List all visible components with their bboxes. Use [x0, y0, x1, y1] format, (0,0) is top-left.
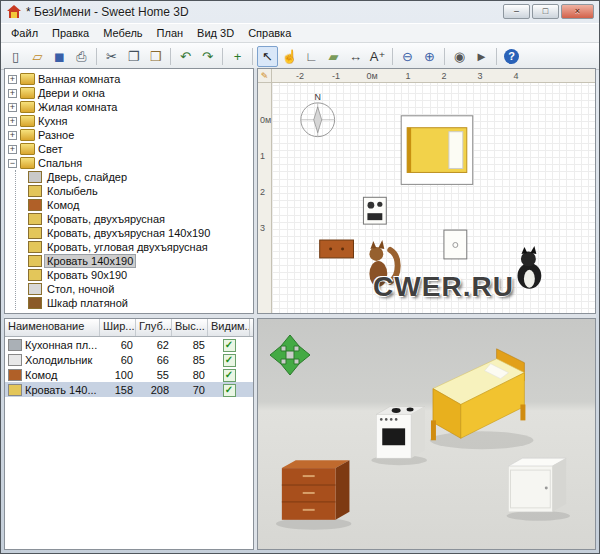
column-header[interactable]: Шир... [100, 319, 136, 336]
expand-toggle-icon[interactable]: + [8, 103, 17, 112]
add-text-button[interactable]: A⁺ [367, 46, 388, 67]
help-button[interactable]: ? [501, 46, 522, 67]
view-3d-panel[interactable] [257, 318, 596, 550]
undo-button[interactable]: ↶ [175, 46, 196, 67]
pan-tool-button[interactable]: ☝ [279, 46, 300, 67]
create-photo-button[interactable]: ◉ [449, 46, 470, 67]
column-header[interactable]: Видим... [208, 319, 250, 336]
category-folder-icon [20, 129, 35, 141]
catalog-category[interactable]: +Разное [8, 128, 253, 142]
wall-icon: ∟ [305, 50, 318, 63]
vertical-splitter[interactable] [254, 68, 257, 550]
visible-checkbox[interactable]: ✓ [223, 354, 236, 367]
catalog-category[interactable]: +Кухня [8, 114, 253, 128]
furniture-thumb-icon [28, 213, 42, 225]
ruler-label: 4 [513, 71, 518, 81]
catalog-item[interactable]: Кровать, двухъярусная [28, 212, 253, 226]
bed-3d [430, 349, 533, 449]
catalog-category[interactable]: +Двери и окна [8, 86, 253, 100]
menu-view3d[interactable]: Вид 3D [190, 25, 241, 41]
zoom-in-button[interactable]: ⊕ [419, 46, 440, 67]
expand-toggle-icon[interactable]: + [8, 145, 17, 154]
table-row[interactable]: Холодильник606685✓ [5, 352, 253, 367]
new-plan-button[interactable]: ▯ [5, 46, 26, 67]
copy-button[interactable]: ❐ [123, 46, 144, 67]
toolbar-separator [170, 48, 171, 65]
create-video-button[interactable]: ► [471, 46, 492, 67]
table-row[interactable]: Комод1005580✓ [5, 367, 253, 382]
menu-plan[interactable]: План [150, 25, 191, 41]
camera-pan-control[interactable] [268, 333, 312, 377]
print-button[interactable]: ⎙ [71, 46, 92, 67]
menu-help[interactable]: Справка [241, 25, 298, 41]
table-row[interactable]: Кровать 140...15820870✓ [5, 382, 253, 397]
catalog-category[interactable]: +Ванная комната [8, 72, 253, 86]
furniture-catalog-panel[interactable]: +Ванная комната+Двери и окна+Жилая комна… [4, 68, 254, 314]
visible-checkbox[interactable]: ✓ [223, 339, 236, 352]
ruler-label: -2 [296, 71, 304, 81]
close-button[interactable]: × [561, 4, 594, 19]
column-header[interactable]: Наименование [5, 319, 100, 336]
catalog-category[interactable]: −Спальня [8, 156, 253, 170]
category-folder-icon [20, 101, 35, 113]
expand-toggle-icon[interactable]: + [8, 89, 17, 98]
open-plan-button[interactable]: ▱ [27, 46, 48, 67]
plan-view-panel[interactable]: ✎ -2-10м1234 0м123 N [257, 68, 596, 314]
item-label: Кровать, угловая двухъярусная [45, 241, 210, 253]
furniture-thumb-icon [8, 339, 22, 351]
expand-toggle-icon[interactable]: + [8, 75, 17, 84]
category-label: Свет [38, 143, 62, 155]
category-label: Ванная комната [38, 73, 120, 85]
select-tool-button[interactable]: ↖ [257, 46, 278, 67]
add-furniture-button[interactable]: + [227, 46, 248, 67]
catalog-item[interactable]: Шкаф платяной [28, 296, 253, 310]
catalog-item[interactable]: Кровать 90x190 [28, 268, 253, 282]
catalog-item[interactable]: Колыбель [28, 184, 253, 198]
visible-checkbox[interactable]: ✓ [223, 369, 236, 382]
plan-view-canvas[interactable]: N [272, 83, 595, 313]
nightstand-3d [507, 458, 571, 521]
table-row[interactable]: Кухонная пл...606285✓ [5, 337, 253, 352]
zoom-out-button[interactable]: ⊖ [397, 46, 418, 67]
redo-button[interactable]: ↷ [197, 46, 218, 67]
paste-button[interactable]: ❒ [145, 46, 166, 67]
menu-edit[interactable]: Правка [45, 25, 96, 41]
catalog-item[interactable]: Комод [28, 198, 253, 212]
left-horizontal-splitter[interactable] [4, 314, 254, 318]
visible-checkbox[interactable]: ✓ [223, 384, 236, 397]
expand-toggle-icon[interactable]: + [8, 117, 17, 126]
create-rooms-button[interactable]: ▰ [323, 46, 344, 67]
toolbar-separator [252, 48, 253, 65]
nightstand-plan-item[interactable] [444, 230, 467, 259]
compass[interactable]: N [301, 92, 335, 137]
catalog-item[interactable]: Кровать, угловая двухъярусная [28, 240, 253, 254]
maximize-button[interactable]: □ [532, 4, 559, 19]
menu-furniture[interactable]: Мебель [96, 25, 149, 41]
column-header[interactable]: Выс... [172, 319, 208, 336]
item-label: Кровать 90x190 [45, 269, 129, 281]
dresser-plan-item[interactable] [320, 240, 354, 258]
right-horizontal-splitter[interactable] [257, 314, 596, 318]
cut-button[interactable]: ✂ [101, 46, 122, 67]
catalog-item[interactable]: Кровать, двухъярусная 140x190 [28, 226, 253, 240]
catalog-category[interactable]: +Свет [8, 142, 253, 156]
bed-plan-item[interactable] [401, 116, 473, 185]
undo-arrow-icon: ↶ [180, 50, 191, 63]
create-walls-button[interactable]: ∟ [301, 46, 322, 67]
catalog-item[interactable]: Стол, ночной [28, 282, 253, 296]
save-plan-button[interactable]: ◼ [49, 46, 70, 67]
item-label: Стол, ночной [45, 283, 116, 295]
collapse-toggle-icon[interactable]: − [8, 159, 17, 168]
furniture-list-panel[interactable]: НаименованиеШир...Глуб...Выс...Видим... … [4, 318, 254, 550]
column-header[interactable]: Глуб... [136, 319, 172, 336]
catalog-item[interactable]: Дверь, слайдер [28, 170, 253, 184]
minimize-button[interactable]: – [503, 4, 530, 19]
menu-file[interactable]: Файл [4, 25, 45, 41]
expand-toggle-icon[interactable]: + [8, 131, 17, 140]
furniture-thumb-icon [28, 283, 42, 295]
catalog-category[interactable]: +Жилая комната [8, 100, 253, 114]
stove-3d [371, 406, 427, 465]
stove-plan-item[interactable] [363, 197, 386, 224]
catalog-item[interactable]: Кровать 140x190 [28, 254, 253, 268]
create-dimensions-button[interactable]: ↔ [345, 46, 366, 67]
